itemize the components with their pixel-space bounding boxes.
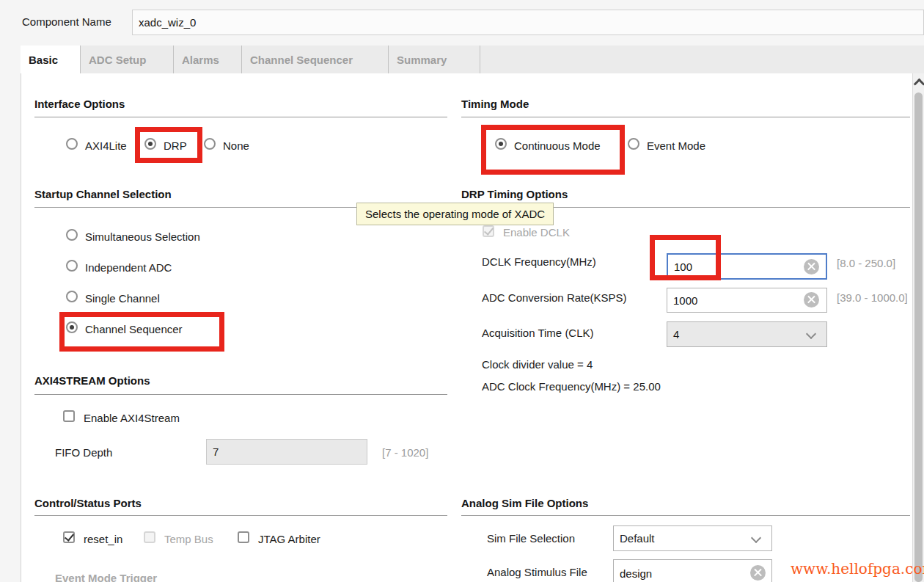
tab-basic[interactable]: Basic [21, 46, 81, 73]
chevron-down-icon [806, 329, 816, 339]
control-status-ports-rule [34, 515, 447, 516]
fifo-depth-label: FIFO Depth [55, 446, 112, 459]
drp-timing-options-title: DRP Timing Options [461, 188, 568, 200]
adc-conversion-rate-range: [39.0 - 1000.0] [837, 291, 908, 304]
radio-simultaneous-selection-label[interactable]: Simultaneous Selection [85, 230, 200, 243]
scroll-up-icon[interactable] [913, 73, 924, 91]
fifo-depth-range: [7 - 1020] [382, 446, 428, 459]
radio-event-mode-label[interactable]: Event Mode [647, 139, 705, 152]
radio-single-channel[interactable] [66, 291, 78, 302]
analog-stimulus-file-clear-icon[interactable] [750, 565, 766, 581]
dclk-frequency-label: DCLK Frequency(MHz) [482, 255, 596, 268]
tab-channel-sequencer[interactable]: Channel Sequencer [242, 46, 389, 73]
component-name-label: Component Name [22, 15, 111, 28]
adc-clock-frequency-text: ADC Clock Frequency(MHz) = 25.00 [482, 380, 661, 393]
clock-divider-text: Clock divider value = 4 [482, 358, 593, 371]
tab-summary[interactable]: Summary [389, 46, 480, 73]
chevron-down-icon [751, 533, 761, 543]
watermark-text: www.hellofpga.com [791, 560, 924, 578]
enable-axi4stream-checkbox[interactable] [63, 410, 75, 422]
tooltip: Selects the operating mode of XADC [356, 203, 554, 225]
radio-continuous-mode-label[interactable]: Continuous Mode [514, 139, 601, 152]
analog-stimulus-file-input[interactable] [613, 559, 772, 582]
acquisition-time-label: Acquisition Time (CLK) [482, 327, 594, 339]
dclk-frequency-range: [8.0 - 250.0] [837, 257, 895, 269]
jtag-arbiter-label[interactable]: JTAG Arbiter [258, 533, 320, 545]
radio-channel-sequencer-label[interactable]: Channel Sequencer [85, 323, 183, 335]
radio-none-label[interactable]: None [223, 139, 249, 152]
radio-drp[interactable] [144, 138, 156, 150]
vertical-scrollbar[interactable] [912, 73, 924, 582]
analog-sim-file-options-title: Analog Sim File Options [461, 497, 588, 509]
enable-dclk-checkbox[interactable] [483, 225, 494, 237]
timing-mode-title: Timing Mode [461, 98, 529, 110]
xadc-wizard-dialog: Component Name Basic ADC Setup Alarms Ch… [0, 0, 924, 582]
analog-stimulus-file-label: Analog Stimulus File [487, 566, 587, 578]
scrollbar-thumb[interactable] [914, 92, 923, 582]
radio-channel-sequencer[interactable] [66, 321, 78, 333]
acquisition-time-dropdown[interactable]: 4 [667, 321, 827, 347]
interface-options-rule [34, 117, 447, 117]
sim-file-selection-dropdown[interactable]: Default [613, 525, 772, 551]
sim-file-selection-label: Sim File Selection [487, 532, 575, 545]
radio-independent-adc-label[interactable]: Independent ADC [85, 261, 172, 274]
jtag-arbiter-checkbox[interactable] [238, 531, 249, 543]
radio-drp-label[interactable]: DRP [164, 139, 187, 152]
reset-in-label[interactable]: reset_in [84, 533, 122, 545]
tab-alarms[interactable]: Alarms [174, 46, 242, 73]
radio-axi4lite-label[interactable]: AXI4Lite [85, 139, 127, 152]
tab-adc-setup[interactable]: ADC Setup [81, 46, 174, 73]
adc-conversion-rate-label: ADC Conversion Rate(KSPS) [482, 291, 627, 304]
enable-axi4stream-label[interactable]: Enable AXI4Stream [84, 412, 180, 424]
radio-event-mode[interactable] [628, 138, 639, 150]
reset-in-checkbox[interactable] [63, 531, 75, 543]
radio-single-channel-label[interactable]: Single Channel [85, 292, 160, 305]
temp-bus-checkbox[interactable] [144, 531, 155, 543]
radio-none[interactable] [204, 138, 216, 150]
timing-mode-rule [461, 117, 910, 117]
sim-file-selection-value: Default [620, 532, 655, 545]
tab-bar: Basic ADC Setup Alarms Channel Sequencer… [21, 46, 924, 73]
event-mode-trigger-title: Event Mode Trigger [55, 572, 157, 582]
axi4stream-options-rule [34, 394, 447, 395]
adc-conversion-rate-clear-icon[interactable] [804, 292, 819, 308]
dclk-frequency-clear-icon[interactable] [804, 259, 819, 274]
radio-axi4lite[interactable] [66, 138, 78, 150]
component-name-input[interactable] [132, 10, 924, 35]
fifo-depth-input[interactable] [206, 439, 367, 465]
temp-bus-label: Temp Bus [164, 533, 213, 545]
interface-options-title: Interface Options [34, 98, 125, 110]
radio-independent-adc[interactable] [66, 260, 78, 272]
control-status-ports-title: Control/Status Ports [34, 497, 142, 509]
enable-dclk-label: Enable DCLK [503, 226, 570, 239]
axi4stream-options-title: AXI4STREAM Options [34, 374, 150, 387]
radio-continuous-mode[interactable] [495, 138, 507, 150]
acquisition-time-value: 4 [673, 328, 679, 341]
analog-sim-file-options-rule [461, 515, 910, 516]
basic-tab-content: Interface Options AXI4Lite DRP None Timi… [21, 73, 912, 582]
radio-simultaneous-selection[interactable] [66, 229, 78, 241]
startup-channel-selection-title: Startup Channel Selection [34, 188, 172, 200]
